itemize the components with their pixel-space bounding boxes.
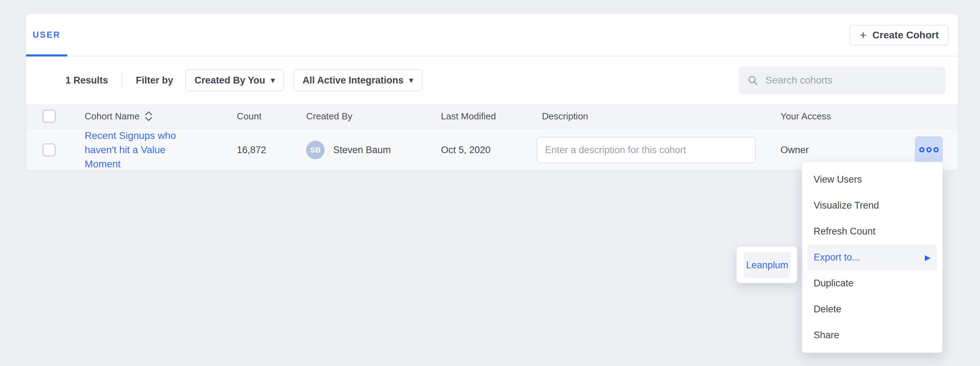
menu-item-delete[interactable]: Delete [802,296,942,322]
column-header-last-modified[interactable]: Last Modified [441,111,496,122]
column-header-created-by[interactable]: Created By [306,111,352,122]
created-by-dropdown[interactable]: Created By You ▾ [185,69,284,91]
integrations-dropdown[interactable]: All Active Integrations ▾ [293,69,422,91]
description-input[interactable] [536,137,756,163]
menu-item-view-users[interactable]: View Users [802,166,942,193]
tab-user[interactable]: USER [26,14,67,56]
row-actions-button[interactable] [915,136,943,163]
create-cohort-label: Create Cohort [872,30,939,41]
table-header: Cohort Name Count Created By Last Modifi… [26,104,958,128]
integrations-dropdown-label: All Active Integrations [302,75,404,86]
last-modified-date: Oct 5, 2020 [441,145,491,156]
created-by-name: Steven Baum [333,145,391,156]
menu-item-export-to-label: Export to... [814,252,860,263]
menu-item-share[interactable]: Share [802,322,942,348]
created-by-dropdown-label: Created By You [194,75,265,86]
plus-icon: + [859,29,867,41]
vertical-divider [122,72,123,89]
tab-user-label: USER [33,30,61,40]
results-count: 1 Results [65,75,108,86]
chevron-down-icon: ▾ [271,76,275,84]
export-submenu: Leanplum [737,246,797,283]
search-input[interactable] [765,74,937,86]
access-level: Owner [781,145,809,156]
chevron-down-icon: ▾ [409,76,413,84]
column-header-count[interactable]: Count [237,111,261,122]
row-actions-menu: View Users Visualize Trend Refresh Count… [802,162,943,353]
tab-bar: USER + Create Cohort [26,14,958,57]
kebab-icon [919,147,939,152]
filter-by-label: Filter by [136,75,173,86]
avatar: SB [306,141,325,159]
column-header-description[interactable]: Description [542,111,588,122]
search-box[interactable] [738,67,945,94]
filter-bar: 1 Results Filter by Created By You ▾ All… [26,57,958,104]
sort-icon [144,110,153,122]
created-by-cell: SB Steven Baum [306,141,391,159]
select-all-checkbox[interactable] [43,110,56,123]
create-cohort-button[interactable]: + Create Cohort [850,25,949,46]
cohort-count: 16,872 [237,145,266,156]
search-icon [747,74,759,86]
menu-item-visualize-trend[interactable]: Visualize Trend [802,193,942,219]
menu-item-export-to[interactable]: Export to... ▶ [808,244,937,270]
cohorts-panel: USER + Create Cohort 1 Results Filter by… [25,14,958,171]
menu-item-refresh-count[interactable]: Refresh Count [802,219,942,244]
menu-item-duplicate[interactable]: Duplicate [802,270,942,296]
submenu-arrow-icon: ▶ [925,254,931,262]
menu-item-leanplum[interactable]: Leanplum [744,252,791,278]
column-header-cohort-name[interactable]: Cohort Name [84,110,153,122]
column-header-your-access[interactable]: Your Access [781,111,831,122]
row-checkbox[interactable] [43,144,56,156]
cohort-name-link[interactable]: Recent Signups who haven't hit a Value M… [84,128,180,171]
cohorts-page: { "tabs": { "user_label": "USER" }, "cre… [0,0,980,366]
